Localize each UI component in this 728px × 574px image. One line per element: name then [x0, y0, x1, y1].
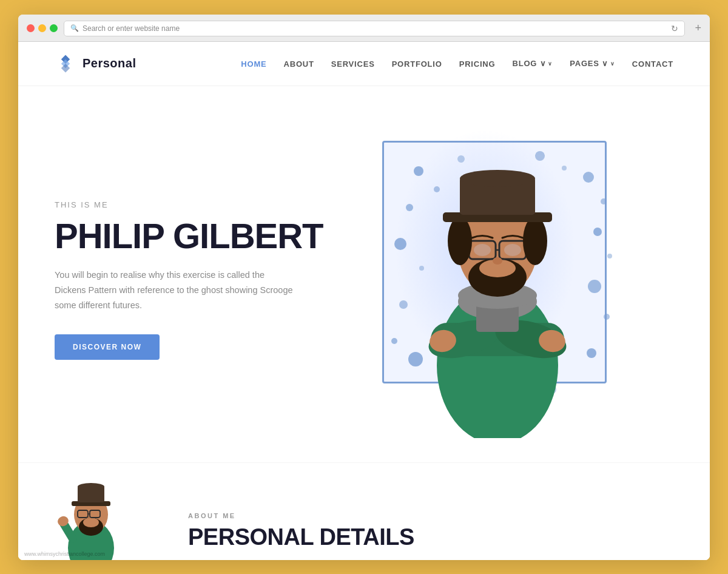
about-text-block: ABOUT ME PERSONAL DETAILS — [188, 512, 414, 560]
small-person-illustration — [55, 481, 127, 560]
address-text: Search or enter website name — [83, 24, 180, 33]
hero-right — [346, 123, 673, 438]
nav-link-portfolio[interactable]: PORTFOLIO — [392, 59, 442, 69]
nav-item-about[interactable]: ABOUT — [284, 58, 314, 69]
nav-item-pages[interactable]: PAGES ∨ — [570, 59, 615, 68]
nav-item-contact[interactable]: CONTACT — [632, 58, 673, 69]
svg-marker-3 — [61, 64, 70, 72]
website-content: Personal HOME ABOUT SERVICES PORTFOLIO P… — [18, 42, 710, 560]
nav-item-pricing[interactable]: PRICING — [459, 58, 496, 69]
browser-window: 🔍 Search or enter website name ↻ + Perso… — [18, 15, 710, 560]
hero-name: PHILIP GILBERT — [55, 218, 346, 255]
logo-icon — [55, 53, 76, 75]
traffic-lights — [27, 24, 58, 32]
nav-item-blog[interactable]: BLOG ∨ — [512, 59, 553, 68]
watermark: www.whimsychristiancollege.com — [24, 551, 105, 557]
about-label: ABOUT ME — [188, 512, 414, 519]
nav-links: HOME ABOUT SERVICES PORTFOLIO PRICING BL… — [241, 58, 673, 69]
logo-area[interactable]: Personal — [55, 53, 136, 75]
new-tab-button[interactable]: + — [695, 22, 701, 35]
minimize-button[interactable] — [38, 24, 46, 32]
refresh-button[interactable]: ↻ — [671, 24, 678, 33]
hero-section: THIS IS ME PHILIP GILBERT You will begin… — [18, 86, 710, 462]
about-heading: PERSONAL DETAILS — [188, 524, 414, 550]
maximize-button[interactable] — [50, 24, 58, 32]
svg-line-60 — [64, 524, 73, 539]
navbar: Personal HOME ABOUT SERVICES PORTFOLIO P… — [18, 42, 710, 86]
svg-point-42 — [474, 244, 491, 256]
nav-link-pages[interactable]: PAGES ∨ — [570, 59, 615, 68]
discover-button[interactable]: DISCOVER NOW — [55, 334, 160, 360]
nav-link-contact[interactable]: CONTACT — [632, 59, 673, 69]
hero-description: You will begin to realise why this exerc… — [55, 268, 297, 312]
nav-link-home[interactable]: HOME — [241, 59, 266, 69]
nav-link-services[interactable]: SERVICES — [331, 59, 375, 69]
about-avatar — [55, 481, 127, 560]
nav-item-home[interactable]: HOME — [241, 58, 266, 69]
svg-point-49 — [460, 170, 535, 187]
svg-point-45 — [448, 217, 472, 265]
browser-chrome: 🔍 Search or enter website name ↻ + — [18, 15, 710, 42]
search-icon: 🔍 — [70, 24, 79, 32]
logo-text: Personal — [83, 56, 136, 70]
hero-left: THIS IS ME PHILIP GILBERT You will begin… — [55, 200, 346, 360]
nav-item-services[interactable]: SERVICES — [331, 58, 375, 69]
address-bar[interactable]: 🔍 Search or enter website name ↻ — [64, 21, 685, 36]
svg-point-44 — [493, 257, 502, 265]
svg-point-43 — [504, 244, 521, 256]
hero-subtitle: THIS IS ME — [55, 200, 346, 209]
svg-point-53 — [83, 518, 99, 527]
nav-item-portfolio[interactable]: PORTFOLIO — [392, 58, 442, 69]
nav-link-blog[interactable]: BLOG ∨ — [512, 59, 553, 68]
person-illustration — [370, 135, 625, 438]
svg-point-59 — [78, 483, 104, 490]
nav-link-about[interactable]: ABOUT — [284, 59, 314, 69]
close-button[interactable] — [27, 24, 35, 32]
about-section-preview: ABOUT ME PERSONAL DETAILS www.whimsychri… — [18, 462, 710, 560]
svg-point-46 — [523, 217, 547, 265]
nav-link-pricing[interactable]: PRICING — [459, 59, 496, 69]
